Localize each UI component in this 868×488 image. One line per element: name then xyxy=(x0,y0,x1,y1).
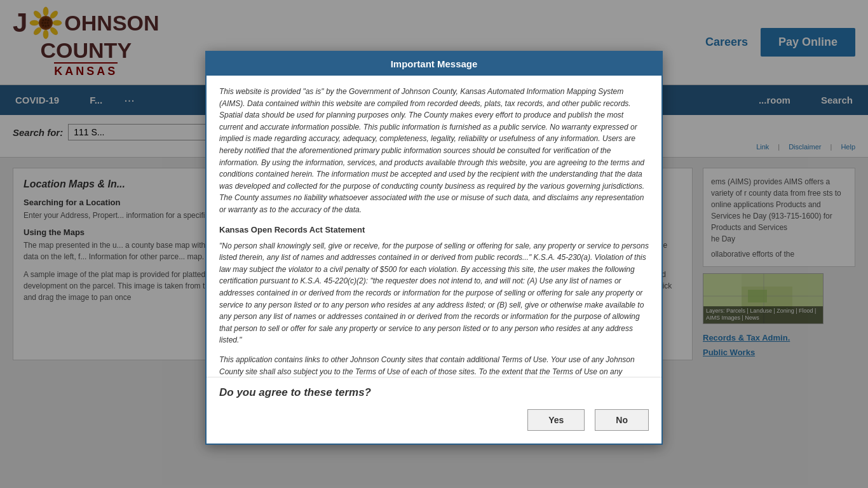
kor-title: Kansas Open Records Act Statement xyxy=(219,224,649,236)
modal-links-text: This application contains links to other… xyxy=(219,354,649,370)
modal-body: This website is provided "as is" by the … xyxy=(207,76,661,370)
modal-dialog: Important Message This website is provid… xyxy=(205,51,663,370)
modal-header: Important Message xyxy=(207,52,661,76)
modal-overlay: Important Message This website is provid… xyxy=(0,0,868,370)
modal-intro-text: This website is provided "as is" by the … xyxy=(219,86,649,216)
modal-title: Important Message xyxy=(391,58,478,69)
kor-body: "No person shall knowingly sell, give or… xyxy=(219,240,649,346)
